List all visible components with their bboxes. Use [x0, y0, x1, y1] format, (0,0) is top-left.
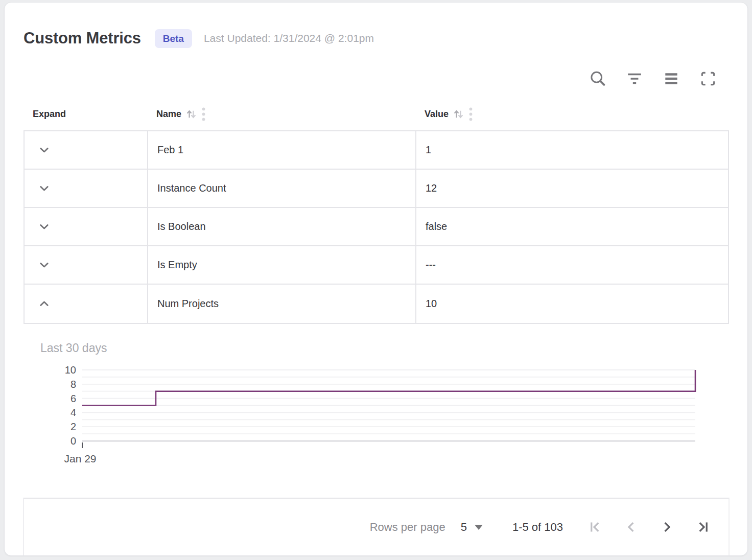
- table-row: Is Empty---: [25, 246, 728, 285]
- header: Custom Metrics Beta Last Updated: 1/31/2…: [24, 3, 729, 51]
- chevron-down-icon: [37, 181, 52, 196]
- density-icon: [663, 70, 680, 87]
- num-projects-chart: 0246810Jan 29: [24, 361, 700, 471]
- column-label: Value: [425, 109, 449, 120]
- chevron-up-icon: [37, 296, 52, 311]
- name-cell: Is Empty: [148, 246, 416, 284]
- name-cell: Is Boolean: [148, 208, 416, 245]
- name-column-menu-button[interactable]: [201, 107, 206, 122]
- first-page-button: [586, 519, 604, 536]
- chevron-down-icon: [37, 219, 52, 234]
- filter-icon: [626, 70, 643, 87]
- value-cell: 12: [416, 170, 728, 207]
- value-cell: ---: [416, 246, 728, 284]
- table-row: Num Projects10: [25, 285, 728, 323]
- column-label: Expand: [33, 109, 66, 120]
- y-axis-tick-label: 6: [70, 393, 76, 404]
- expand-row-button[interactable]: [36, 180, 52, 197]
- column-header-expand: Expand: [24, 109, 147, 120]
- page-title: Custom Metrics: [24, 26, 141, 51]
- expand-cell: [25, 285, 148, 323]
- x-axis-tick-label: Jan 29: [64, 453, 96, 464]
- column-header-name: Name: [147, 107, 415, 122]
- chevron-left-icon: [623, 519, 639, 535]
- name-cell: Feb 1: [148, 131, 416, 169]
- column-label: Name: [156, 109, 181, 120]
- collapse-row-button[interactable]: [36, 296, 52, 312]
- dropdown-caret-icon: [475, 525, 483, 530]
- expand-cell: [25, 208, 148, 245]
- table-row: Feb 11: [25, 131, 728, 170]
- chevron-right-icon: [659, 519, 675, 535]
- filter-button[interactable]: [625, 69, 644, 88]
- card-content: Custom Metrics Beta Last Updated: 1/31/2…: [5, 3, 747, 555]
- sort-icon: [184, 107, 198, 121]
- rows-per-page-label: Rows per page: [370, 521, 445, 534]
- rows-per-page-select[interactable]: 5: [461, 521, 483, 534]
- previous-page-button: [622, 519, 640, 536]
- step-line-series: [82, 370, 695, 406]
- expand-cell: [25, 170, 148, 207]
- y-axis-tick-label: 0: [70, 435, 76, 447]
- beta-badge: Beta: [155, 29, 192, 48]
- table-row: Instance Count12: [25, 170, 728, 208]
- density-button[interactable]: [662, 69, 681, 88]
- rows-per-page-value: 5: [461, 521, 467, 534]
- sort-value-button[interactable]: [452, 107, 465, 121]
- expand-cell: [25, 131, 148, 169]
- fullscreen-icon: [699, 70, 717, 87]
- table-body: Feb 11Instance Count12Is BooleanfalseIs …: [24, 130, 729, 324]
- fullscreen-button[interactable]: [698, 69, 718, 88]
- expand-row-button[interactable]: [36, 142, 52, 158]
- chart-title: Last 30 days: [24, 341, 729, 355]
- kebab-menu-icon: [201, 107, 206, 122]
- expand-row-button[interactable]: [36, 219, 52, 235]
- value-cell: 10: [416, 285, 728, 323]
- first-page-icon: [588, 519, 603, 535]
- custom-metrics-card: Custom Metrics Beta Last Updated: 1/31/2…: [4, 2, 748, 556]
- value-column-menu-button[interactable]: [468, 107, 473, 122]
- chevron-down-icon: [37, 258, 52, 272]
- sort-icon: [452, 107, 465, 121]
- table-header-row: Expand Name Value: [24, 98, 729, 130]
- search-button[interactable]: [588, 69, 607, 88]
- page-range-label: 1-5 of 103: [512, 521, 563, 534]
- expand-row-button[interactable]: [36, 257, 52, 273]
- value-cell: false: [416, 208, 728, 245]
- name-cell: Instance Count: [148, 170, 416, 207]
- sort-name-button[interactable]: [184, 107, 198, 121]
- value-cell: 1: [416, 131, 728, 169]
- last-page-icon: [695, 519, 711, 535]
- y-axis-tick-label: 4: [70, 407, 76, 418]
- y-axis-tick-label: 8: [70, 379, 76, 390]
- table-row: Is Booleanfalse: [25, 208, 728, 246]
- last-page-button[interactable]: [694, 519, 711, 536]
- pagination-footer: Rows per page 5 1-5 of 103: [23, 498, 730, 555]
- column-header-value: Value: [415, 107, 729, 122]
- y-axis-tick-label: 10: [65, 364, 76, 376]
- kebab-menu-icon: [468, 107, 473, 122]
- next-page-button[interactable]: [658, 519, 675, 536]
- chevron-down-icon: [37, 143, 52, 157]
- y-axis-tick-label: 2: [70, 421, 76, 432]
- last-updated-text: Last Updated: 1/31/2024 @ 2:01pm: [204, 32, 374, 44]
- name-cell: Num Projects: [148, 285, 416, 323]
- search-icon: [589, 69, 607, 88]
- table-toolbar: [24, 68, 729, 89]
- expand-cell: [25, 246, 148, 284]
- pager-buttons: [586, 519, 711, 536]
